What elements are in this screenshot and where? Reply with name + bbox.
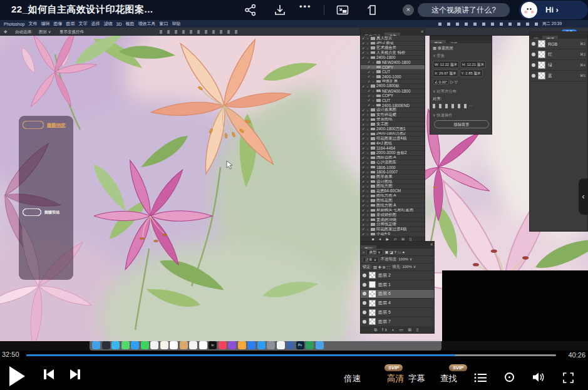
- action-row[interactable]: ✓ › 图形效果: [361, 175, 425, 180]
- expand-icon[interactable]: ›: [367, 85, 369, 88]
- expand-icon[interactable]: ›: [373, 89, 375, 93]
- dock-app-icon[interactable]: Ps: [296, 341, 304, 349]
- overlay-shortcut-item[interactable]: 回位: [23, 208, 52, 216]
- previous-button[interactable]: [44, 369, 54, 379]
- action-check-icon[interactable]: ✓: [362, 175, 366, 178]
- action-check-icon[interactable]: ✓: [362, 56, 366, 59]
- blend-mode-select[interactable]: 正常 ∨: [363, 257, 379, 263]
- layer-row[interactable]: 图层 4: [361, 299, 434, 308]
- action-check-icon[interactable]: ✓: [362, 146, 366, 150]
- expand-icon[interactable]: ›: [367, 156, 369, 160]
- video-frame[interactable]: Photoshop文件编辑图像图层文字选择滤镜3D视图增效工具窗口帮助 周二 2…: [0, 20, 588, 351]
- ps-menu-item[interactable]: 帮助: [172, 21, 180, 27]
- expand-icon[interactable]: ›: [367, 218, 369, 222]
- record-icon[interactable]: [505, 372, 514, 382]
- dock-app-icon[interactable]: [267, 341, 275, 349]
- expand-icon[interactable]: ›: [367, 118, 369, 121]
- action-row[interactable]: ✓ › 国际边图 A: [361, 156, 425, 161]
- expand-icon[interactable]: ›: [367, 41, 369, 45]
- angle-field[interactable]: ∠ 0.00°: [433, 79, 449, 85]
- expand-icon[interactable]: ›: [367, 161, 369, 165]
- dock-app-icon[interactable]: [141, 341, 149, 349]
- visibility-eye-icon[interactable]: [363, 320, 366, 324]
- dock-app-icon[interactable]: [238, 341, 246, 349]
- dock-app-icon[interactable]: [160, 341, 168, 349]
- auto-select-label[interactable]: 自动选择:: [15, 29, 33, 35]
- dock-app-icon[interactable]: [286, 341, 294, 349]
- video-question-pill[interactable]: 这个视频讲了什么?: [418, 3, 510, 17]
- shortcut-key-button[interactable]: [23, 208, 41, 216]
- action-row[interactable]: ✓ › 1806-1000: [361, 165, 425, 170]
- channel-row[interactable]: 红 ⌘3: [530, 49, 587, 60]
- height-field[interactable]: H: 12.21 厘米: [460, 61, 486, 68]
- action-row[interactable]: ✓ › 登置图纸: [361, 118, 425, 123]
- tab-channels[interactable]: 通道: [542, 36, 558, 39]
- dock-app-icon[interactable]: [257, 341, 266, 349]
- action-row[interactable]: ✓ › 图纸方图 A: [361, 194, 425, 199]
- action-row[interactable]: ✓ › 2000-3000 合标2: [361, 151, 425, 156]
- action-row[interactable]: ✓ › 图纸花图: [361, 198, 425, 203]
- action-row[interactable]: ✓ › 图纸方图: [361, 184, 425, 189]
- action-row[interactable]: ✓ › 真人型片: [361, 36, 425, 41]
- dock-app-icon[interactable]: [228, 341, 236, 349]
- auto-select-target[interactable]: 图层 ∨: [39, 29, 51, 35]
- tab-properties[interactable]: 属性: [430, 40, 446, 43]
- channel-row[interactable]: RGB ⌘2: [530, 39, 587, 49]
- action-row[interactable]: ✓ › 女工图: [361, 122, 425, 127]
- visibility-eye-icon[interactable]: [532, 74, 535, 78]
- action-check-icon[interactable]: ✓: [362, 165, 366, 169]
- action-row[interactable]: ✓ › 刷新购买 七彩红蓝图: [361, 208, 425, 213]
- action-check-icon[interactable]: ✓: [362, 194, 366, 198]
- expand-icon[interactable]: ›: [373, 74, 375, 78]
- action-check-icon[interactable]: ✓: [368, 70, 371, 74]
- expand-icon[interactable]: ›: [367, 203, 369, 207]
- action-check-icon[interactable]: ✓: [362, 199, 366, 203]
- action-row[interactable]: ✓ › COPY: [361, 94, 425, 99]
- ps-menu-item[interactable]: 3D: [116, 22, 121, 26]
- expand-icon[interactable]: ›: [367, 189, 369, 193]
- expand-icon[interactable]: ›: [367, 36, 369, 40]
- remove-background-button[interactable]: 移除背景: [434, 120, 489, 128]
- tab-history[interactable]: 历史记录: [361, 33, 384, 36]
- panel-menu-icon[interactable]: ≡: [421, 29, 423, 34]
- expand-icon[interactable]: ›: [367, 141, 369, 145]
- align-section-label[interactable]: ∨ 对齐并分布: [433, 89, 456, 95]
- action-check-icon[interactable]: ✓: [362, 185, 366, 188]
- dock-app-icon[interactable]: 20: [170, 341, 178, 349]
- action-row[interactable]: ✓ › 人天视介意 特价: [361, 51, 425, 56]
- expand-icon[interactable]: ›: [367, 227, 369, 231]
- dock-app-icon[interactable]: [150, 341, 158, 349]
- ps-menu-item[interactable]: 编辑: [41, 21, 49, 27]
- layer-thumbnail[interactable]: [369, 300, 376, 307]
- action-row[interactable]: ✓ › 分辨线定律: [361, 222, 425, 227]
- ps-menu-item[interactable]: 选择: [91, 21, 100, 27]
- visibility-eye-icon[interactable]: [532, 63, 535, 67]
- layer-row[interactable]: 图层 5: [361, 308, 434, 317]
- action-check-icon[interactable]: ✓: [362, 213, 366, 217]
- action-check-icon[interactable]: ✓: [362, 85, 366, 88]
- action-check-icon[interactable]: ✓: [362, 41, 366, 45]
- visibility-eye-icon[interactable]: [532, 53, 535, 56]
- expand-icon[interactable]: ›: [367, 132, 369, 136]
- ps-menu-item[interactable]: 视图: [125, 21, 134, 27]
- action-row[interactable]: ✓ › 1806-10007: [361, 170, 425, 175]
- action-check-icon[interactable]: ✓: [362, 203, 366, 207]
- tab-adjustments[interactable]: 调整: [446, 40, 462, 43]
- action-check-icon[interactable]: ✓: [362, 161, 366, 165]
- action-check-icon[interactable]: ✓: [362, 36, 366, 40]
- fullscreen-icon[interactable]: [563, 372, 574, 383]
- dock-app-icon[interactable]: [277, 341, 285, 349]
- play-button[interactable]: [9, 366, 25, 386]
- visibility-eye-icon[interactable]: [363, 283, 366, 287]
- action-row[interactable]: ✓ › 设计效果图: [361, 108, 425, 113]
- action-check-icon[interactable]: ✓: [368, 94, 371, 98]
- filter-type-select[interactable]: 类型 ∨: [366, 249, 383, 255]
- share-icon[interactable]: [244, 4, 257, 16]
- dock-app-icon[interactable]: [316, 341, 324, 349]
- expand-icon[interactable]: ›: [367, 170, 369, 174]
- fill-field[interactable]: 填充: 100% ∨: [392, 264, 416, 270]
- action-row[interactable]: ✓ › COPY: [361, 65, 425, 70]
- action-row[interactable]: ✓ › 复函的冲绳: [361, 218, 425, 223]
- expand-icon[interactable]: ›: [367, 56, 369, 59]
- layer-thumbnail[interactable]: [369, 272, 376, 279]
